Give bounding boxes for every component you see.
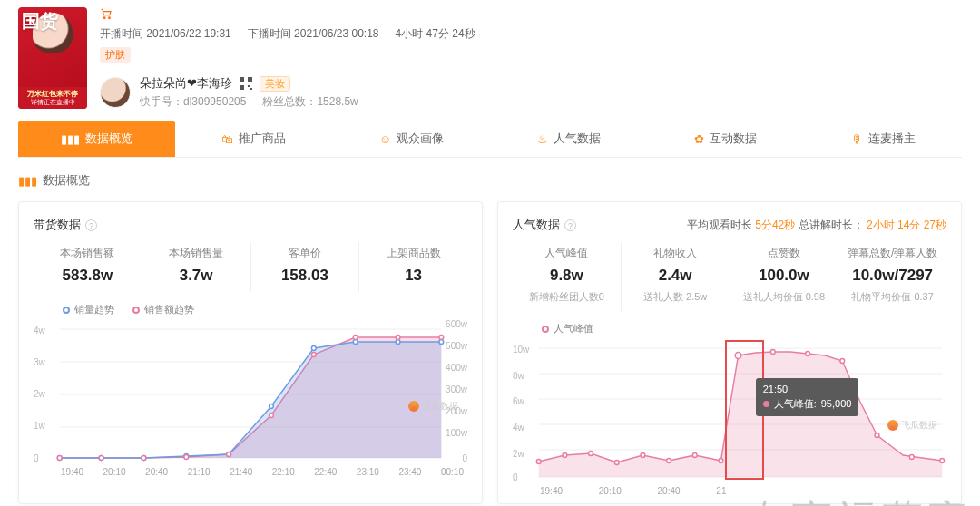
avg-watch: 5分42秒	[755, 219, 795, 231]
watermark-text: 飞瓜数据	[901, 419, 937, 432]
end-label: 下播时间	[248, 27, 291, 40]
svg-point-42	[770, 350, 775, 355]
stat-value: 583.8w	[35, 267, 140, 285]
sales-xaxis: 19:4020:1020:4021:1021:4022:1022:4023:10…	[34, 463, 467, 477]
chart-tooltip: 21:50 人气峰值: 95,000	[756, 378, 859, 416]
svg-point-24	[353, 336, 358, 340]
duration: 4小时 47分 24秒	[396, 26, 475, 42]
tooltip-series: 人气峰值:	[774, 397, 817, 411]
pop-chart[interactable]: 10w8w6w4w2w0 21:50 人气峰值: 95,000 飞瓜数据	[513, 337, 946, 482]
tab-promo[interactable]: 🛍推广商品	[175, 121, 332, 157]
stat-label: 客单价	[253, 246, 358, 261]
tooltip-time: 21:50	[763, 384, 852, 394]
dot-icon	[542, 326, 549, 333]
cover-title: 国货	[22, 9, 58, 34]
stat-value: 10.0w/7297	[840, 267, 945, 285]
header-meta: 开播时间 2021/06/22 19:31 下播时间 2021/06/23 00…	[100, 7, 962, 110]
tab-host[interactable]: 🎙连麦播主	[805, 121, 962, 157]
ks-id-label: 快手号：	[140, 95, 183, 108]
svg-point-18	[99, 456, 103, 461]
panels-row: 带货数据? 本场销售额583.8w 本场销售量3.7w 客单价158.03 上架…	[0, 201, 980, 506]
svg-point-39	[692, 453, 697, 458]
total-talk-label: 总讲解时长：	[799, 219, 864, 231]
svg-point-37	[641, 453, 645, 458]
fire-icon: ♨	[537, 132, 548, 146]
stat-sales-volume: 本场销售量3.7w	[142, 242, 251, 292]
watermark-text: 飞瓜数据	[422, 400, 458, 413]
dot-icon	[132, 307, 140, 314]
stat-label: 本场销售额	[35, 246, 140, 261]
legend-label: 销售额趋势	[144, 303, 194, 316]
section-title-text: 数据概览	[43, 172, 90, 189]
beauty-tag[interactable]: 美妆	[260, 76, 290, 92]
tab-interact[interactable]: ✿互动数据	[647, 121, 804, 157]
tab-bar: ▮▮▮数据概览 🛍推广商品 ☺观众画像 ♨人气数据 ✿互动数据 🎙连麦播主	[18, 121, 962, 158]
svg-point-47	[940, 459, 945, 463]
stat-value: 158.03	[253, 267, 358, 285]
tooltip-value: 95,000	[821, 398, 852, 409]
svg-point-12	[270, 404, 274, 409]
svg-point-26	[439, 336, 444, 340]
stat-label: 弹幕总数/弹幕人数	[840, 246, 945, 261]
start-time: 2021/06/22 19:31	[146, 27, 230, 40]
stat-label: 本场销售量	[144, 246, 249, 261]
legend-revenue[interactable]: 销售额趋势	[132, 303, 194, 316]
pop-title: 人气数据	[513, 217, 560, 233]
sales-chart[interactable]: 4w3w2w1w0 600w500w400w300w200w100w0	[34, 318, 467, 463]
svg-point-44	[840, 359, 845, 364]
stat-sub: 送礼人均价值 0.98	[732, 290, 837, 304]
stat-peak: 人气峰值9.8w新增粉丝团人数0	[513, 242, 622, 311]
stat-value: 3.7w	[144, 267, 249, 285]
stat-sub: 新增粉丝团人数0	[514, 290, 619, 304]
dot-icon	[63, 307, 70, 314]
svg-point-21	[227, 452, 231, 457]
watermark: 飞瓜数据	[887, 419, 937, 432]
svg-point-22	[270, 414, 274, 418]
stat-label: 点赞数	[732, 246, 837, 261]
stream-header: 国货 万米红包来不停 详情正在直播中 开播时间 2021/06/22 19:31…	[0, 0, 980, 121]
stat-value: 9.8w	[514, 267, 619, 285]
stat-sales-amount: 本场销售额583.8w	[34, 242, 142, 292]
qr-icon[interactable]	[240, 77, 252, 90]
tab-interact-label: 互动数据	[710, 131, 757, 147]
cover-band-line2: 详情正在直播中	[20, 99, 85, 106]
legend-label: 销量趋势	[74, 303, 114, 316]
bars-icon: ▮▮▮	[61, 132, 80, 146]
bars-icon: ▮▮▮	[18, 174, 37, 188]
avatar[interactable]	[100, 77, 131, 108]
start-label: 开播时间	[100, 27, 143, 40]
end-time: 2021/06/23 00:18	[294, 27, 378, 40]
svg-point-38	[667, 459, 671, 463]
stat-label: 礼物收入	[623, 246, 728, 261]
cart-icon	[100, 7, 962, 23]
popularity-panel: 人气数据? 平均观看时长 5分42秒 总讲解时长： 2小时 14分 27秒 人气…	[497, 201, 962, 504]
svg-point-19	[142, 456, 146, 461]
pop-stats: 人气峰值9.8w新增粉丝团人数0 礼物收入2.4w送礼人数 2.5w 点赞数10…	[513, 242, 946, 311]
fans-count: 1528.5w	[317, 95, 358, 108]
legend-peak[interactable]: 人气峰值	[542, 322, 593, 336]
stat-value: 100.0w	[732, 267, 837, 285]
streamer-meta: 朵拉朵尚❤李海珍 美妆 快手号：dl309950205 粉丝总数：1528.5w	[140, 75, 358, 110]
pop-xaxis: 19:4020:1020:4021	[513, 482, 946, 496]
streamer-name[interactable]: 朵拉朵尚❤李海珍	[140, 75, 232, 92]
help-icon[interactable]: ?	[85, 219, 97, 231]
stream-cover: 国货 万米红包来不停 详情正在直播中	[18, 7, 87, 109]
svg-point-20	[184, 455, 189, 460]
pop-meta: 平均观看时长 5分42秒 总讲解时长： 2小时 14分 27秒	[687, 218, 946, 233]
category-tag[interactable]: 护肤	[100, 47, 131, 63]
watermark: 飞瓜数据	[408, 400, 458, 413]
svg-point-43	[806, 352, 810, 356]
tab-audience-label: 观众画像	[397, 131, 444, 147]
svg-point-23	[311, 353, 316, 357]
tab-audience[interactable]: ☺观众画像	[333, 121, 490, 157]
tab-overview-label: 数据概览	[85, 131, 132, 147]
cover-band: 万米红包来不停 详情正在直播中	[18, 87, 87, 109]
stat-sku-count: 上架商品数13	[359, 242, 467, 292]
section-title: ▮▮▮ 数据概览	[0, 158, 980, 201]
streamer-row: 朵拉朵尚❤李海珍 美妆 快手号：dl309950205 粉丝总数：1528.5w	[100, 75, 962, 110]
tab-overview[interactable]: ▮▮▮数据概览	[18, 121, 175, 157]
svg-point-13	[311, 346, 316, 351]
help-icon[interactable]: ?	[564, 219, 576, 231]
legend-volume[interactable]: 销量趋势	[63, 303, 114, 316]
tab-popular[interactable]: ♨人气数据	[490, 121, 647, 157]
